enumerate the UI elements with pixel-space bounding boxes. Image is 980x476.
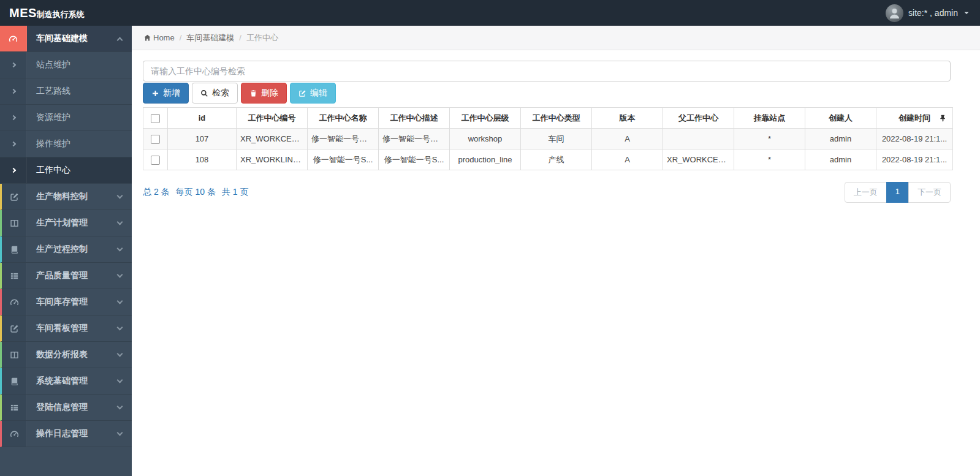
row-select-cell bbox=[143, 149, 168, 170]
breadcrumb-item[interactable]: 车间基础建模 bbox=[186, 32, 234, 43]
chevron-right-icon bbox=[0, 157, 27, 183]
breadcrumb-home[interactable]: Home bbox=[143, 33, 175, 42]
columns-icon bbox=[2, 342, 27, 368]
table-footer: 总 2 条 每页 10 条 共 1 页 上一页 1 下一页 bbox=[143, 182, 951, 203]
sidebar-item[interactable]: 工艺路线 bbox=[0, 78, 132, 105]
row-checkbox[interactable] bbox=[151, 156, 160, 165]
next-page-button[interactable]: 下一页 bbox=[908, 182, 951, 203]
sidebar-group-label: 车间库存管理 bbox=[36, 297, 88, 308]
edit-icon bbox=[2, 315, 27, 341]
sidebar-item-label: 站点维护 bbox=[36, 59, 70, 70]
chevron-down-icon bbox=[118, 195, 122, 198]
chevron-down-icon bbox=[118, 327, 122, 330]
dashboard-icon bbox=[0, 26, 27, 51]
sidebar-group[interactable]: 车间看板管理 bbox=[0, 315, 132, 342]
sidebar-item[interactable]: 资源维护 bbox=[0, 105, 132, 131]
sidebar-group-label: 车间基础建模 bbox=[36, 33, 88, 44]
column-header: 父工作中心 bbox=[663, 108, 734, 129]
pushpin-icon bbox=[939, 114, 947, 122]
breadcrumb-separator: / bbox=[175, 33, 187, 42]
book-icon bbox=[2, 368, 27, 394]
sidebar-item-label: 操作维护 bbox=[36, 138, 70, 149]
chevron-right-icon bbox=[0, 78, 27, 104]
chevron-right-icon bbox=[0, 105, 27, 130]
sidebar-group-label: 产品质量管理 bbox=[36, 270, 88, 281]
table-cell: 修一智能一号车间 bbox=[379, 129, 450, 149]
table-cell: workshop bbox=[450, 129, 521, 149]
sidebar-group[interactable]: 登陆信息管理 bbox=[0, 395, 132, 421]
page-1-button[interactable]: 1 bbox=[886, 182, 909, 203]
chevron-down-icon bbox=[118, 222, 122, 224]
table-cell: 107 bbox=[168, 129, 237, 149]
chevron-up-icon bbox=[118, 36, 122, 42]
user-label: site:* , admin bbox=[908, 8, 958, 18]
prev-page-button[interactable]: 上一页 bbox=[845, 182, 887, 203]
search-button[interactable]: 检索 bbox=[192, 83, 238, 104]
sidebar-item[interactable]: 工作中心 bbox=[0, 157, 132, 184]
sidebar-group[interactable]: 车间基础建模 bbox=[0, 26, 132, 52]
list-icon bbox=[2, 395, 27, 420]
user-menu[interactable]: site:* , admin bbox=[886, 4, 980, 22]
home-icon bbox=[143, 34, 151, 42]
delete-button[interactable]: 删除 bbox=[241, 83, 287, 104]
sidebar-item[interactable]: 操作维护 bbox=[0, 131, 132, 157]
chevron-down-icon bbox=[118, 433, 122, 435]
total-count: 总 2 条 bbox=[143, 187, 170, 198]
sidebar-group[interactable]: 操作日志管理 bbox=[0, 421, 132, 447]
column-header: id bbox=[168, 108, 237, 129]
edit-button[interactable]: 编辑 bbox=[290, 83, 336, 104]
row-select-cell bbox=[143, 129, 168, 149]
table-cell: XR_WORKCEN... bbox=[663, 149, 734, 170]
sidebar-group-label: 生产过程控制 bbox=[36, 244, 88, 255]
table-row: 108XR_WORKLINE...修一智能一号S...修一智能一号S...pro… bbox=[143, 149, 953, 170]
avatar[interactable] bbox=[886, 4, 903, 22]
sidebar-item-label: 资源维护 bbox=[36, 112, 70, 123]
pagination: 上一页 1 下一页 bbox=[845, 182, 951, 203]
chevron-down-icon bbox=[118, 406, 122, 409]
columns-icon bbox=[2, 210, 27, 236]
table-cell: 车间 bbox=[521, 129, 592, 149]
row-checkbox[interactable] bbox=[151, 135, 160, 144]
sidebar-group[interactable]: 车间库存管理 bbox=[0, 289, 132, 315]
book-icon bbox=[2, 236, 27, 262]
column-header: 挂靠站点 bbox=[734, 108, 805, 129]
column-header: 工作中心描述 bbox=[379, 108, 450, 129]
content-area: 新增检索删除编辑 id工作中心编号工作中心名称工作中心描述工作中心层级工作中心类… bbox=[132, 50, 980, 203]
sidebar-group[interactable]: 生产计划管理 bbox=[0, 210, 132, 236]
table-cell: 2022-08-19 21:1... bbox=[876, 149, 953, 170]
table-cell bbox=[663, 129, 734, 149]
caret-down-icon bbox=[963, 9, 970, 17]
plus-icon bbox=[151, 89, 159, 97]
select-all-header bbox=[143, 108, 168, 129]
table-cell: 修一智能一号车间 bbox=[308, 129, 379, 149]
main-panel: Home / 车间基础建模 / 工作中心 新增检索删除编辑 id工作中心编号工作… bbox=[132, 26, 980, 476]
sidebar-group-label: 系统基础管理 bbox=[36, 376, 88, 387]
toolbar: 新增检索删除编辑 bbox=[143, 83, 951, 104]
sidebar-group[interactable]: 系统基础管理 bbox=[0, 368, 132, 395]
sidebar-group-label: 生产物料控制 bbox=[36, 191, 88, 202]
chevron-down-icon bbox=[118, 248, 122, 251]
select-all-checkbox[interactable] bbox=[151, 114, 160, 123]
sidebar-group[interactable]: 生产过程控制 bbox=[0, 236, 132, 263]
edit-square-icon bbox=[298, 89, 306, 97]
table-row: 107XR_WORKCEN...修一智能一号车间修一智能一号车间workshop… bbox=[143, 129, 953, 149]
sidebar-item-label: 工艺路线 bbox=[36, 86, 70, 97]
breadcrumb-separator: / bbox=[234, 33, 246, 42]
column-header: 版本 bbox=[592, 108, 663, 129]
sidebar-group[interactable]: 生产物料控制 bbox=[0, 184, 132, 210]
sidebar-group-label: 登陆信息管理 bbox=[36, 402, 88, 413]
table-cell: XR_WORKLINE... bbox=[237, 149, 308, 170]
chevron-right-icon bbox=[0, 52, 27, 78]
record-summary[interactable]: 总 2 条 每页 10 条 共 1 页 bbox=[143, 187, 249, 198]
sidebar-item[interactable]: 站点维护 bbox=[0, 52, 132, 78]
edit-icon bbox=[2, 184, 27, 210]
sidebar-group[interactable]: 产品质量管理 bbox=[0, 263, 132, 289]
table-cell: A bbox=[592, 149, 663, 170]
logo-text: 制造执行系统 bbox=[37, 10, 85, 19]
search-input[interactable] bbox=[143, 61, 951, 81]
add-button[interactable]: 新增 bbox=[143, 83, 189, 104]
chevron-right-icon bbox=[0, 131, 27, 157]
table-cell: XR_WORKCEN... bbox=[237, 129, 308, 149]
sidebar-menu: 车间基础建模站点维护工艺路线资源维护操作维护工作中心生产物料控制生产计划管理生产… bbox=[0, 26, 132, 447]
sidebar-group[interactable]: 数据分析报表 bbox=[0, 342, 132, 368]
